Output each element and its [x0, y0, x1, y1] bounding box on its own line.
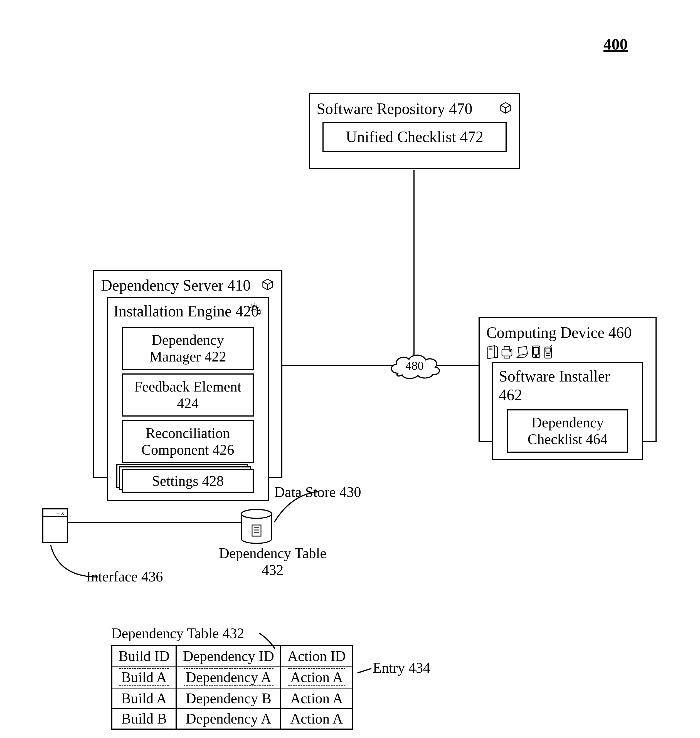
svg-line-4	[357, 669, 371, 673]
cell: Dependency B	[176, 688, 281, 709]
dependency-server-node: Dependency Server 410 Installation Engin…	[93, 270, 282, 478]
unified-checklist-box: Unified Checklist 472	[322, 122, 507, 152]
software-installer-box: Software Installer 462 Dependency Checkl…	[492, 362, 643, 460]
svg-text:– x: – x	[56, 510, 64, 516]
computing-device-node: Computing Device 460	[478, 317, 657, 442]
interface-window-icon: – x	[42, 508, 68, 545]
cell: Action A	[288, 668, 345, 686]
svg-point-8	[510, 351, 511, 352]
dependency-manager-box: Dependency Manager 422	[122, 327, 254, 370]
device-title: Computing Device 460	[486, 324, 632, 341]
table-row: Build A Dependency B Action A	[112, 688, 353, 709]
settings-stack: Settings 428	[122, 469, 254, 493]
svg-point-11	[535, 355, 537, 357]
device-icons-row	[479, 344, 656, 362]
cell: Dependency A	[176, 709, 281, 729]
cell: Build A	[119, 668, 169, 686]
package-icon	[261, 278, 274, 291]
svg-rect-19	[252, 525, 261, 536]
installer-title: Software Installer 462	[499, 368, 610, 403]
datastore-label: Data Store 430	[274, 484, 361, 500]
installation-engine-box: Installation Engine 420 Dependency Manag…	[107, 297, 269, 501]
cell: Build B	[112, 709, 176, 729]
col-build-id: Build ID	[112, 646, 176, 666]
repo-title: Software Repository 470	[317, 100, 472, 117]
cell: Action A	[281, 688, 352, 709]
software-repository-node: Software Repository 470 Unified Checklis…	[309, 93, 520, 169]
network-cloud: 480	[387, 351, 443, 383]
table-header-row: Build ID Dependency ID Action ID	[112, 646, 353, 666]
entry-label: Entry 434	[373, 660, 430, 676]
gears-icon	[249, 302, 264, 317]
cell: Build A	[112, 688, 176, 709]
network-label: 480	[405, 359, 424, 373]
reconciliation-component-box: Reconciliation Component 426	[122, 420, 254, 463]
settings-box: Settings 428	[122, 469, 254, 493]
dependency-table-caption: Dependency Table 432	[111, 625, 244, 641]
svg-point-5	[252, 305, 256, 310]
table-row-entry: Build A Dependency A Action A	[112, 666, 353, 688]
col-action-id: Action ID	[281, 646, 352, 666]
svg-point-6	[257, 310, 261, 314]
table-row: Build B Dependency A Action A	[112, 709, 353, 729]
feedback-element-box: Feedback Element 424	[122, 373, 254, 417]
interface-label: Interface 436	[86, 568, 163, 585]
cell: Dependency A	[184, 668, 274, 686]
engine-title: Installation Engine 420	[113, 302, 259, 320]
dependency-table: Build ID Dependency ID Action ID Build A…	[111, 645, 353, 730]
svg-rect-13	[546, 348, 550, 352]
datastore-icon	[240, 509, 273, 546]
cell: Action A	[281, 709, 352, 729]
package-icon	[499, 101, 512, 114]
dependency-checklist-box: Dependency Checklist 464	[507, 409, 628, 453]
dep-server-title: Dependency Server 410	[101, 277, 251, 294]
svg-point-18	[241, 509, 272, 518]
svg-rect-10	[534, 348, 539, 354]
col-dependency-id: Dependency ID	[176, 646, 281, 666]
dependency-table-label: Dependency Table 432	[214, 545, 331, 578]
